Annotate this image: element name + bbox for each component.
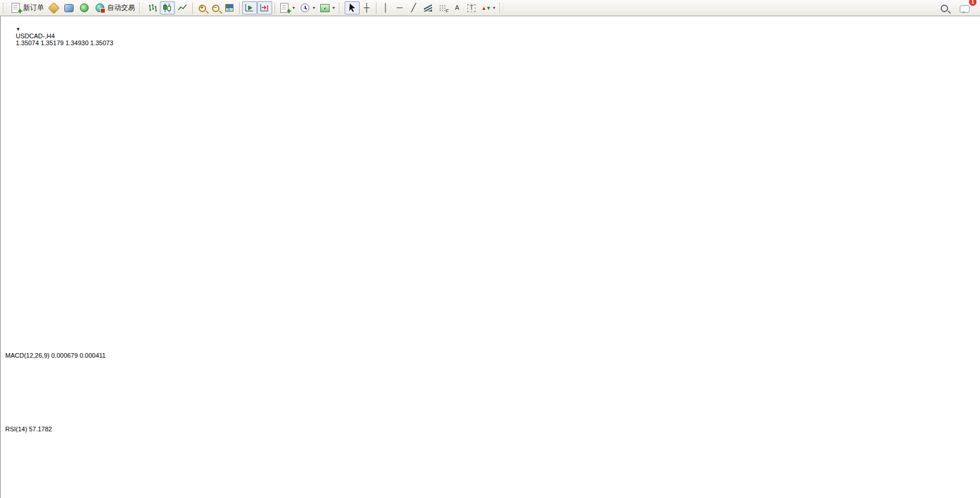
auto-scroll-icon <box>244 3 255 13</box>
vertical-line-icon: │ <box>381 3 390 13</box>
new-order-button[interactable]: 新订单 <box>9 1 46 14</box>
ohlc-values: 1.35074 1.35179 1.34930 1.35073 <box>16 39 113 46</box>
signals-button[interactable] <box>76 1 92 14</box>
cursor-button[interactable] <box>345 1 360 14</box>
toolbar-separator <box>239 2 240 14</box>
line-chart-button[interactable] <box>175 1 190 14</box>
toolbar-right-group: 1 <box>937 1 979 14</box>
chevron-down-icon: ▾ <box>313 5 315 10</box>
bar-chart-icon <box>147 3 158 13</box>
toolbar-separator <box>275 2 275 14</box>
metaeditor-button[interactable] <box>61 1 76 14</box>
trendline-icon: ╱ <box>409 3 418 13</box>
chart-canvas[interactable] <box>1 0 980 498</box>
one-click-trading-arrow[interactable]: ▼ <box>16 27 20 32</box>
auto-trading-button[interactable]: 自动交易 <box>92 1 137 14</box>
trendline-button[interactable]: ╱ <box>407 1 420 14</box>
chat-bubble-icon <box>960 5 970 13</box>
equidistant-channel-button[interactable] <box>420 1 436 14</box>
new-chart-icon <box>280 3 288 13</box>
notification-badge: 1 <box>969 0 977 6</box>
toolbar-grip[interactable] <box>499 3 503 13</box>
search-button[interactable] <box>937 1 950 14</box>
candlestick-chart-button[interactable] <box>160 1 175 14</box>
toolbar-separator <box>376 2 376 14</box>
macd-label: MACD(12,26,9) 0.000679 0.000411 <box>5 352 105 359</box>
auto-trading-label: 自动交易 <box>107 3 135 13</box>
indicators-button[interactable]: ▾ <box>317 1 337 14</box>
metaquotes-button[interactable] <box>46 1 61 14</box>
zoom-in-button[interactable]: + <box>195 1 209 14</box>
gold-diamond-icon <box>48 2 60 14</box>
text-label-button[interactable]: T <box>464 1 479 14</box>
mt4-terminal-window: 新订单 自动交易 + − ▾ <box>0 0 980 498</box>
chevron-down-icon: ▾ <box>493 5 495 10</box>
arrows-button[interactable]: ▲▼▾ <box>479 1 498 14</box>
toolbar-grip[interactable] <box>339 3 343 13</box>
fibonacci-button[interactable] <box>436 1 450 14</box>
horizontal-line-icon: ─ <box>395 3 404 13</box>
tile-windows-button[interactable] <box>222 1 237 14</box>
channel-icon <box>424 5 432 12</box>
toolbar: 新订单 自动交易 + − ▾ <box>0 0 980 16</box>
auto-scroll-button[interactable] <box>242 1 257 14</box>
toolbar-separator <box>192 2 193 14</box>
new-chart-button[interactable]: ▾ <box>277 1 297 14</box>
tile-windows-icon <box>225 4 233 12</box>
search-icon <box>941 5 948 12</box>
new-order-label: 新订单 <box>23 3 44 13</box>
new-order-icon <box>12 3 20 13</box>
candlestick-chart-icon <box>162 3 173 13</box>
toolbar-grip[interactable] <box>3 3 7 13</box>
text-button[interactable]: A <box>450 1 464 14</box>
zoom-out-button[interactable]: − <box>209 1 222 14</box>
chevron-down-icon: ▾ <box>292 5 295 10</box>
metaeditor-icon <box>64 4 74 12</box>
crosshair-icon: ┼ <box>362 3 371 13</box>
crosshair-button[interactable]: ┼ <box>360 1 374 14</box>
clock-icon <box>301 3 309 12</box>
text-label-icon: T <box>467 4 476 12</box>
signal-icon <box>80 3 89 12</box>
chart-shift-button[interactable] <box>257 1 272 14</box>
text-icon: A <box>452 3 462 13</box>
chevron-down-icon: ▾ <box>332 5 335 10</box>
chart-window[interactable]: ▼ USDCAD-,H4 1.35074 1.35179 1.34930 1.3… <box>0 16 980 498</box>
auto-trading-icon <box>96 3 104 12</box>
profiles-button[interactable]: ▾ <box>297 1 317 14</box>
notifications-button[interactable]: 1 <box>956 1 973 14</box>
zoom-out-icon: − <box>212 5 220 12</box>
toolbar-grip[interactable] <box>139 3 143 13</box>
zoom-in-icon: + <box>199 5 206 12</box>
bar-chart-button[interactable] <box>145 1 160 14</box>
line-chart-icon <box>177 3 188 13</box>
horizontal-line-button[interactable]: ─ <box>393 1 407 14</box>
indicators-icon <box>320 4 330 12</box>
symbol-title: USDCAD-,H4 <box>16 32 54 39</box>
cursor-icon <box>347 3 357 13</box>
chart-title: ▼ USDCAD-,H4 1.35074 1.35179 1.34930 1.3… <box>5 19 114 53</box>
rsi-label: RSI(14) 57.1782 <box>5 426 52 432</box>
fibonacci-icon <box>439 5 447 12</box>
arrows-icon: ▲▼ <box>481 5 491 11</box>
vertical-line-button[interactable]: │ <box>379 1 393 14</box>
chart-shift-icon <box>259 3 270 13</box>
